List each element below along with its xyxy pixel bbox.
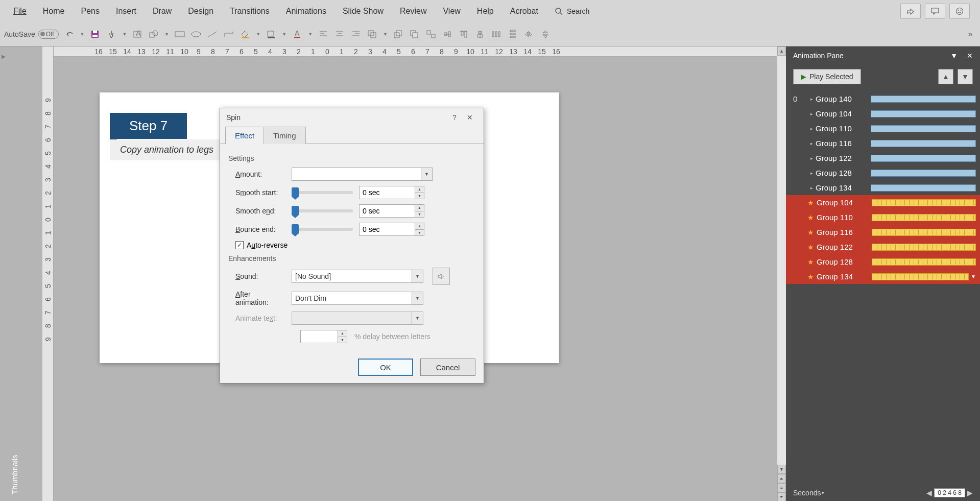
fill-button[interactable]: [240, 29, 251, 40]
after-animation-combo[interactable]: Don't Dim▼: [292, 292, 423, 305]
tab-review[interactable]: Review: [392, 2, 435, 21]
comments-button[interactable]: [925, 4, 945, 19]
timeline-ruler[interactable]: 0 2 4 6 8: [934, 488, 965, 497]
cancel-button[interactable]: Cancel: [420, 359, 475, 376]
thumbnails-expand[interactable]: ▶: [0, 46, 7, 501]
timing-bar[interactable]: [872, 229, 976, 236]
line-button[interactable]: [207, 29, 218, 40]
ok-button[interactable]: OK: [358, 359, 413, 376]
distribute-vert-button[interactable]: [507, 29, 518, 40]
animation-item-selected[interactable]: ★Group 134▼: [786, 269, 980, 284]
timing-bar[interactable]: [871, 110, 976, 117]
save-button[interactable]: [89, 29, 101, 40]
align-middle-button[interactable]: [474, 29, 486, 40]
share-button[interactable]: [900, 4, 921, 19]
timing-bar[interactable]: [871, 155, 976, 162]
arrange-button[interactable]: [367, 29, 378, 40]
undo-button[interactable]: [64, 29, 75, 40]
animation-item-selected[interactable]: ★Group 110: [786, 210, 980, 225]
tab-animations[interactable]: Animations: [278, 2, 334, 21]
tab-file[interactable]: File: [5, 2, 35, 21]
timing-bar[interactable]: [871, 125, 976, 132]
tab-draw[interactable]: Draw: [145, 2, 180, 21]
timing-bar[interactable]: [871, 184, 976, 192]
pane-close-button[interactable]: ✕: [967, 52, 973, 60]
font-color-button[interactable]: A: [292, 29, 303, 40]
timing-bar[interactable]: [871, 140, 976, 147]
section-button[interactable]: ≡: [777, 483, 786, 492]
smooth-end-spinner[interactable]: 0 sec▲▼: [359, 204, 424, 218]
seconds-label[interactable]: Seconds: [793, 489, 821, 497]
dialog-close-button[interactable]: ✕: [462, 113, 477, 122]
sound-combo[interactable]: [No Sound]▼: [292, 270, 423, 283]
item-dropdown[interactable]: ▼: [971, 274, 976, 279]
textbox-button[interactable]: A: [132, 29, 143, 40]
timing-bar[interactable]: [872, 244, 976, 251]
dialog-help-button[interactable]: ?: [447, 113, 462, 122]
emoji-button[interactable]: [949, 4, 970, 19]
animation-item[interactable]: 0▸Group 140: [786, 91, 980, 106]
move-down-button[interactable]: ▼: [958, 69, 973, 84]
timing-bar[interactable]: [871, 170, 976, 177]
timing-bar[interactable]: [872, 258, 976, 266]
tab-pens[interactable]: Pens: [73, 2, 107, 21]
animation-item-selected[interactable]: ★Group 116: [786, 225, 980, 240]
search-box[interactable]: Search: [546, 7, 597, 15]
vertical-scrollbar[interactable]: ▲ ▼ ⏶ ≡ ⏷: [777, 46, 786, 501]
autosave-toggle[interactable]: AutoSave Off: [4, 30, 59, 39]
timing-bar[interactable]: [872, 273, 969, 280]
smooth-start-slider[interactable]: [292, 191, 353, 194]
align-right-button[interactable]: [350, 29, 362, 40]
group-button[interactable]: [425, 29, 437, 40]
animation-item-selected[interactable]: ★Group 122: [786, 240, 980, 254]
autosave-state[interactable]: Off: [38, 30, 59, 39]
next-slide-button[interactable]: ⏷: [777, 492, 786, 501]
tab-home[interactable]: Home: [35, 2, 73, 21]
send-backward-button[interactable]: [409, 29, 420, 40]
flip-horiz-button[interactable]: [523, 29, 535, 40]
oval-button[interactable]: [190, 29, 202, 40]
play-selected-button[interactable]: ▶ Play Selected: [793, 69, 861, 84]
tab-help[interactable]: Help: [469, 2, 502, 21]
flip-vert-button[interactable]: [540, 29, 551, 40]
bring-forward-button[interactable]: [393, 29, 404, 40]
amount-combo[interactable]: ▼: [292, 168, 433, 181]
touch-mode-button[interactable]: [106, 29, 117, 40]
animation-item[interactable]: ▸Group 116: [786, 136, 980, 151]
rectangle-button[interactable]: [174, 29, 185, 40]
smooth-start-spinner[interactable]: 0 sec▲▼: [359, 186, 424, 199]
distribute-horiz-button[interactable]: [491, 29, 502, 40]
auto-reverse-checkbox[interactable]: ✓: [235, 241, 244, 249]
tab-view[interactable]: View: [435, 2, 468, 21]
animation-item[interactable]: ▸Group 128: [786, 165, 980, 180]
animation-item-selected[interactable]: ★Group 128: [786, 254, 980, 269]
tab-acrobat[interactable]: Acrobat: [502, 2, 546, 21]
prev-slide-button[interactable]: ⏶: [777, 474, 786, 483]
bounce-end-slider[interactable]: [292, 228, 353, 231]
timing-bar[interactable]: [872, 199, 976, 206]
tab-insert[interactable]: Insert: [108, 2, 145, 21]
bounce-end-spinner[interactable]: 0 sec▲▼: [359, 223, 424, 236]
tab-design[interactable]: Design: [180, 2, 222, 21]
scroll-up-button[interactable]: ▲: [777, 46, 786, 56]
timeline-left[interactable]: ◀: [926, 489, 932, 497]
align-left-button[interactable]: [318, 29, 329, 40]
elbow-button[interactable]: [223, 29, 234, 40]
shape-button[interactable]: [148, 29, 159, 40]
play-sound-button[interactable]: [433, 268, 450, 285]
animation-item[interactable]: ▸Group 122: [786, 151, 980, 165]
timing-bar[interactable]: [871, 96, 976, 103]
move-up-button[interactable]: ▲: [938, 69, 953, 84]
outline-button[interactable]: [266, 29, 277, 40]
align-center-button[interactable]: [334, 29, 345, 40]
animation-item-selected[interactable]: ★Group 104: [786, 195, 980, 210]
align-objects-button[interactable]: [442, 29, 453, 40]
animation-item[interactable]: ▸Group 104: [786, 106, 980, 121]
animation-item[interactable]: ▸Group 110: [786, 121, 980, 136]
tab-effect[interactable]: Effect: [225, 127, 264, 144]
timing-bar[interactable]: [872, 214, 976, 221]
align-top-button[interactable]: [458, 29, 469, 40]
tab-transitions[interactable]: Transitions: [222, 2, 278, 21]
scroll-down-button[interactable]: ▼: [777, 465, 786, 474]
smooth-end-slider[interactable]: [292, 209, 353, 212]
